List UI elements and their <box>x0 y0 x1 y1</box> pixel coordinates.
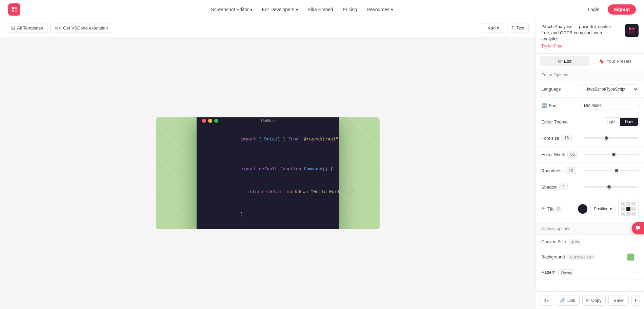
pattern-row[interactable]: Pattern Waves › <box>536 265 644 280</box>
roundness-value: 12 <box>566 167 576 174</box>
font-icon: 🔤 <box>541 103 547 108</box>
svg-rect-5 <box>632 27 635 30</box>
code-line-1: import { Detail } from "@raycast/api"; <box>203 128 332 151</box>
font-size-slider[interactable] <box>584 137 639 139</box>
tab-presets[interactable]: 🔖 Your Presets <box>591 56 640 66</box>
pos-dot-5-active[interactable] <box>626 207 630 211</box>
svg-rect-1 <box>15 7 17 9</box>
main-layout: ⊞ All Templates </> Get VSCode extension… <box>0 19 644 309</box>
font-size-slider-container <box>584 137 639 139</box>
templates-icon: ⊞ <box>11 25 15 31</box>
theme-dark-button[interactable]: Dark <box>620 118 638 126</box>
code-window[interactable]: Untitled import { Detail } from "@raycas… <box>197 117 339 229</box>
save-button[interactable]: Save <box>608 295 629 306</box>
shadow-control: Shadow 2 <box>536 179 644 195</box>
font-size-label: Font size 16 <box>541 135 572 141</box>
ad-title: Pirsch Analytics — powerful, cookie-free… <box>541 24 621 42</box>
canvas-options-section: Canvas options <box>536 223 644 235</box>
pos-dot-2[interactable] <box>626 202 630 206</box>
tilt-icon: ⟳ <box>541 206 545 212</box>
pos-dot-7[interactable] <box>621 212 625 216</box>
copy-icon: ⎘ <box>586 298 589 303</box>
roundness-slider[interactable] <box>584 170 639 171</box>
code-window-titlebar: Untitled <box>197 117 339 126</box>
chevron-right-icon: › <box>637 255 639 259</box>
shadow-value: 2 <box>559 184 568 190</box>
chevron-right-icon: › <box>637 270 639 275</box>
chat-bubble[interactable] <box>632 222 644 234</box>
vscode-extension-button[interactable]: </> Get VSCode extension <box>50 23 112 33</box>
sliders-icon: ⚙ <box>558 59 562 64</box>
nav-item-pricing[interactable]: Pricing <box>343 7 357 12</box>
right-sidebar: Pirsch Analytics — powerful, cookie-free… <box>536 19 644 309</box>
pattern-label: Pattern <box>541 270 556 275</box>
shadow-label: Shadow 2 <box>541 184 568 190</box>
shadow-slider-container <box>584 186 639 188</box>
position-button[interactable]: Position ▾ <box>590 205 616 213</box>
scale-button[interactable]: 1x <box>540 295 553 306</box>
editor-theme-label: Editor Theme <box>541 119 568 124</box>
editor-width-value: 66 <box>567 151 578 158</box>
theme-toggle: Light Dark <box>602 117 639 126</box>
chevron-down-icon: ▾ <box>497 25 499 31</box>
login-button[interactable]: Login <box>584 5 603 14</box>
nav-item-pika-embed[interactable]: Pika Embed <box>308 7 333 12</box>
toolbar-right: Add ▾ T Text <box>483 23 529 33</box>
background-right: › <box>627 253 639 261</box>
bottom-bar: 1x 🔗 Link ⎘ Copy Save ▾ <box>536 291 644 309</box>
pos-dot-1[interactable] <box>621 202 625 206</box>
tab-edit[interactable]: ⚙ Edit <box>540 56 589 66</box>
pos-dot-3[interactable] <box>631 202 636 206</box>
chevron-down-icon: ▾ <box>296 7 298 12</box>
editor-width-slider[interactable] <box>584 154 639 155</box>
tilt-color-picker[interactable] <box>578 204 587 214</box>
font-input[interactable] <box>580 101 639 110</box>
nav-item-screenshot-editor[interactable]: Screenshot Editor ▾ <box>211 7 253 12</box>
navbar: Screenshot Editor ▾ For Developers ▾ Pik… <box>0 0 644 19</box>
chevron-down-icon: ▾ <box>250 7 253 12</box>
signup-button[interactable]: Signup <box>608 4 636 15</box>
window-dot-red <box>202 119 206 123</box>
language-control: Language JavaScript/TypeScript <box>536 81 644 98</box>
text-button[interactable]: T Text <box>507 23 529 33</box>
editor-options-section: Editor Options <box>536 69 644 81</box>
copy-button[interactable]: ⎘ Copy <box>582 295 606 306</box>
link-button[interactable]: 🔗 Link <box>556 295 580 306</box>
background-row[interactable]: Background Custom Color › <box>536 249 644 265</box>
theme-light-button[interactable]: Light <box>602 118 620 126</box>
pos-dot-4[interactable] <box>621 207 625 211</box>
tilt-label: Tilt <box>547 206 554 212</box>
editor-width-label: Editor Width 66 <box>541 151 578 158</box>
all-templates-button[interactable]: ⊞ All Templates <box>7 23 47 33</box>
pos-dot-9[interactable] <box>631 212 636 216</box>
svg-rect-3 <box>15 9 17 12</box>
nav-item-resources[interactable]: Resources ▾ <box>367 7 393 12</box>
canvas-size-row[interactable]: Canvas Size Auto › <box>536 235 644 249</box>
canvas-size-left: Canvas Size Auto <box>541 239 581 245</box>
nav-right: Login Signup <box>584 4 636 15</box>
background-label: Background <box>541 254 565 259</box>
svg-rect-4 <box>629 27 631 30</box>
window-title: Untitled <box>261 118 275 123</box>
window-dot-green <box>214 119 218 123</box>
nav-item-for-developers[interactable]: For Developers ▾ <box>262 7 298 12</box>
editor-toolbar: ⊞ All Templates </> Get VSCode extension… <box>0 19 536 37</box>
code-icon: </> <box>55 25 61 31</box>
nav-left <box>8 3 20 16</box>
language-select[interactable]: JavaScript/TypeScript <box>581 84 639 94</box>
link-icon: 🔗 <box>560 298 565 303</box>
nav-center: Screenshot Editor ▾ For Developers ▾ Pik… <box>211 7 393 12</box>
bg-color-swatch[interactable] <box>627 253 635 261</box>
save-options-button[interactable]: ▾ <box>631 295 640 306</box>
pos-dot-6[interactable] <box>631 207 636 211</box>
window-dot-yellow <box>208 119 212 123</box>
canvas-size-value: Auto <box>569 239 581 245</box>
pos-dot-8[interactable] <box>626 212 630 216</box>
editor-theme-control: Editor Theme Light Dark <box>536 114 644 130</box>
add-button[interactable]: Add ▾ <box>483 23 504 33</box>
roundness-label: Roundness 12 <box>541 167 576 174</box>
ad-link[interactable]: Try for Free <box>541 44 562 49</box>
shadow-slider[interactable] <box>584 186 639 188</box>
svg-rect-2 <box>12 9 14 12</box>
logo[interactable] <box>8 3 20 16</box>
